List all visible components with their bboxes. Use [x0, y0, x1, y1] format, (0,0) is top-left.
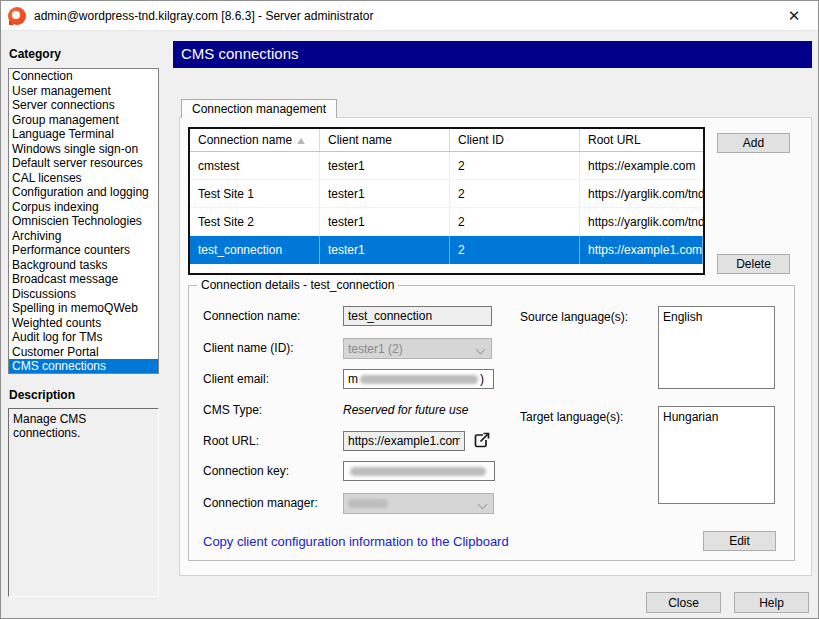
- source-languages-label: Source language(s):: [520, 310, 628, 324]
- category-item-audit-log-for-tms[interactable]: Audit log for TMs: [9, 330, 158, 345]
- category-item-omniscien-technologies[interactable]: Omniscien Technologies: [9, 214, 158, 229]
- table-row[interactable]: cmstesttester12https://example.com: [190, 152, 703, 180]
- table-cell: 2: [450, 152, 580, 180]
- client-email-input[interactable]: m ): [343, 369, 494, 389]
- add-button[interactable]: Add: [717, 133, 790, 153]
- table-cell: https://example.com: [580, 152, 703, 180]
- table-cell: tester1: [320, 208, 450, 236]
- redacted-text: [360, 375, 478, 384]
- category-item-server-connections[interactable]: Server connections: [9, 98, 158, 113]
- groupbox-title: Connection details - test_connection: [197, 278, 398, 292]
- page-title: CMS connections: [173, 41, 812, 68]
- language-item: English: [659, 309, 774, 324]
- table-cell: 2: [450, 208, 580, 236]
- sort-ascending-icon: [297, 138, 305, 144]
- category-item-cms-connections[interactable]: CMS connections: [9, 359, 158, 374]
- open-external-link-icon[interactable]: [471, 430, 491, 450]
- table-cell: cmstest: [190, 152, 320, 180]
- delete-button[interactable]: Delete: [717, 254, 790, 274]
- category-item-background-tasks[interactable]: Background tasks: [9, 258, 158, 273]
- table-cell: 2: [450, 180, 580, 208]
- close-button[interactable]: Close: [646, 592, 721, 613]
- table-cell: tester1: [320, 236, 450, 264]
- help-button[interactable]: Help: [734, 592, 809, 613]
- category-item-performance-counters[interactable]: Performance counters: [9, 243, 158, 258]
- window-close-icon[interactable]: ✕: [780, 5, 808, 27]
- category-item-broadcast-message[interactable]: Broadcast message: [9, 272, 158, 287]
- edit-button[interactable]: Edit: [703, 531, 776, 551]
- language-item: Hungarian: [659, 409, 774, 424]
- description-heading: Description: [9, 388, 159, 402]
- table-cell: Test Site 1: [190, 180, 320, 208]
- cms-type-label: CMS Type:: [203, 403, 262, 417]
- category-item-corpus-indexing[interactable]: Corpus indexing: [9, 200, 158, 215]
- copy-client-configuration-link[interactable]: Copy client configuration information to…: [203, 534, 509, 549]
- chevron-down-icon: [477, 346, 485, 354]
- tab-connection-management[interactable]: Connection management: [181, 99, 337, 118]
- target-language-list[interactable]: Hungarian: [658, 406, 775, 504]
- category-heading: Category: [9, 47, 159, 61]
- client-name-value: tester1 (2): [348, 342, 403, 356]
- category-item-archiving[interactable]: Archiving: [9, 229, 158, 244]
- connections-table: Connection name Client name Client ID Ro…: [188, 127, 705, 275]
- root-url-input[interactable]: [343, 431, 465, 451]
- client-name-dropdown: tester1 (2): [343, 338, 492, 359]
- server-administrator-window: admin@wordpress-tnd.kilgray.com [8.6.3] …: [0, 0, 819, 619]
- connection-manager-dropdown: [343, 493, 494, 514]
- chevron-down-icon: [479, 501, 487, 509]
- title-bar: admin@wordpress-tnd.kilgray.com [8.6.3] …: [1, 1, 818, 31]
- category-item-connection[interactable]: Connection: [9, 69, 158, 84]
- table-cell: test_connection: [190, 236, 320, 264]
- table-cell: Test Site 2: [190, 208, 320, 236]
- category-item-cal-licenses[interactable]: CAL licenses: [9, 171, 158, 186]
- column-header-label: Connection name: [198, 133, 292, 147]
- redacted-text: [350, 467, 486, 476]
- column-header-client-id[interactable]: Client ID: [450, 129, 580, 151]
- connection-key-input[interactable]: [343, 461, 495, 481]
- table-cell: tester1: [320, 152, 450, 180]
- connections-table-body: cmstesttester12https://example.comTest S…: [190, 152, 703, 264]
- category-item-user-management[interactable]: User management: [9, 84, 158, 99]
- category-item-default-server-resources[interactable]: Default server resources: [9, 156, 158, 171]
- connection-key-label: Connection key:: [203, 464, 289, 478]
- table-cell: https://example1.com: [580, 236, 703, 264]
- connection-name-label: Connection name:: [203, 309, 300, 323]
- table-header: Connection name Client name Client ID Ro…: [190, 129, 703, 152]
- client-email-visible-start: m: [348, 372, 358, 386]
- sidebar: Category ConnectionUser managementServer…: [8, 47, 159, 597]
- category-list[interactable]: ConnectionUser managementServer connecti…: [8, 68, 159, 374]
- table-cell: https://yarglik.com/tnd-1: [580, 180, 703, 208]
- category-item-weighted-counts[interactable]: Weighted counts: [9, 316, 158, 331]
- memoq-logo-icon: [8, 7, 26, 25]
- column-header-connection-name[interactable]: Connection name: [190, 129, 320, 151]
- category-item-group-management[interactable]: Group management: [9, 113, 158, 128]
- source-language-list[interactable]: English: [658, 306, 775, 389]
- table-cell: 2: [450, 236, 580, 264]
- client-email-label: Client email:: [203, 372, 269, 386]
- target-languages-label: Target language(s):: [520, 410, 623, 424]
- connection-name-input[interactable]: [343, 306, 492, 326]
- column-header-root-url[interactable]: Root URL: [580, 129, 703, 151]
- table-row[interactable]: test_connectiontester12https://example1.…: [190, 236, 703, 264]
- table-cell: https://yarglik.com/tnd-2: [580, 208, 703, 236]
- category-item-spelling-in-memoqweb[interactable]: Spelling in memoQWeb: [9, 301, 158, 316]
- client-email-visible-end: ): [480, 372, 484, 386]
- cms-type-value: Reserved for future use: [343, 403, 468, 417]
- root-url-label: Root URL:: [203, 434, 259, 448]
- category-item-discussions[interactable]: Discussions: [9, 287, 158, 302]
- table-row[interactable]: Test Site 1tester12https://yarglik.com/t…: [190, 180, 703, 208]
- connection-manager-label: Connection manager:: [203, 496, 318, 510]
- category-item-configuration-and-logging[interactable]: Configuration and logging: [9, 185, 158, 200]
- column-header-client-name[interactable]: Client name: [320, 129, 450, 151]
- window-title: admin@wordpress-tnd.kilgray.com [8.6.3] …: [34, 9, 373, 23]
- category-item-customer-portal[interactable]: Customer Portal: [9, 345, 158, 360]
- client-name-label: Client name (ID):: [203, 341, 294, 355]
- table-cell: tester1: [320, 180, 450, 208]
- category-item-windows-single-sign-on[interactable]: Windows single sign-on: [9, 142, 158, 157]
- description-box: Manage CMS connections.: [8, 408, 159, 597]
- table-row[interactable]: Test Site 2tester12https://yarglik.com/t…: [190, 208, 703, 236]
- connection-details-groupbox: Connection details - test_connection Con…: [188, 285, 795, 561]
- connection-management-panel: Connection name Client name Client ID Ro…: [179, 117, 812, 576]
- redacted-text: [348, 499, 388, 508]
- category-item-language-terminal[interactable]: Language Terminal: [9, 127, 158, 142]
